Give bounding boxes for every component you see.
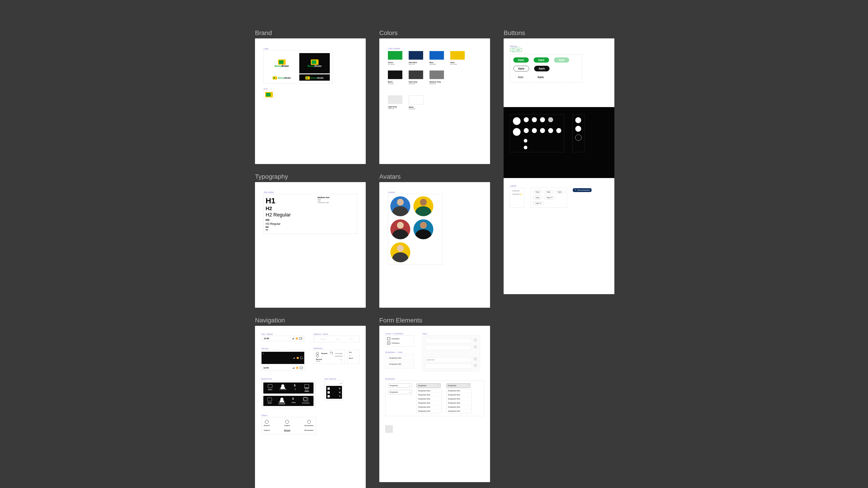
checkbox-unchecked[interactable]: Checkbox — [387, 337, 412, 340]
icon-button[interactable] — [524, 139, 527, 142]
dropdown-item[interactable]: Dropdown item — [417, 409, 442, 413]
labels-card[interactable]: Labels Bookmark Bookmark ⭐ Topic Topic T… — [504, 178, 614, 294]
dropdown-item[interactable]: Dropdown item — [447, 409, 471, 413]
field-button[interactable] — [473, 338, 477, 342]
bookmark-star-label[interactable]: Bookmark ⭐ — [513, 193, 522, 195]
tab-dollar[interactable]: Dollar — [291, 398, 296, 404]
topic-chip[interactable]: Topic — [544, 190, 553, 194]
typography-card[interactable]: Text styles H1 H2 H2 Regular H3 H3 Regul… — [255, 182, 366, 308]
topic-chip[interactable]: Topic — [533, 196, 542, 199]
logo-inline-dark: MoneyBinder — [305, 76, 324, 79]
option-item[interactable]: — — — [349, 338, 352, 340]
reset-option[interactable]: Reset — [316, 360, 320, 362]
icon-button[interactable] — [513, 117, 521, 125]
dropdown[interactable]: Dropdown⌄ — [388, 390, 412, 394]
dropdown-item[interactable]: Dropdown item — [417, 397, 442, 401]
avatar — [391, 242, 410, 262]
filter-bookmarks[interactable]: Bookmarks — [305, 429, 313, 431]
dropdown-item[interactable]: Dropdown item — [417, 389, 442, 393]
apply-button-primary[interactable]: Apply — [534, 57, 549, 63]
topic-chip[interactable]: Topic — [555, 190, 564, 194]
icon-button[interactable] — [540, 117, 545, 122]
field-button[interactable] — [473, 363, 477, 367]
navigation-card[interactable]: Top / Status 12:39 📶 — [255, 326, 366, 488]
dropdown-item[interactable]: Dropdown item — [447, 389, 471, 393]
tab-document[interactable]: Document — [302, 398, 309, 404]
dropdown-open[interactable]: Dropdown⌃ — [416, 383, 440, 388]
text-field[interactable] — [425, 345, 472, 350]
text-field[interactable] — [425, 363, 472, 368]
apply-button-primary[interactable]: Apply — [513, 57, 529, 63]
dropdown-item[interactable]: Dropdown item — [417, 405, 442, 409]
dropdown-item[interactable]: Dropdown item — [417, 401, 442, 405]
section-form-label: Form Elements — [379, 317, 490, 324]
buttons-card[interactable]: Buttons Link Apply Apply Apply Apply App… — [504, 38, 614, 107]
dropdown-item[interactable]: Dropdown item — [447, 401, 471, 405]
filter-trailers[interactable]: Trailers — [284, 420, 290, 427]
icon-buttons-card[interactable] — [504, 107, 614, 178]
tab-wallet[interactable]: Wallet — [268, 384, 272, 392]
avatars-card[interactable]: Avatars — [379, 182, 490, 308]
dropdown-item[interactable]: Dropdown item — [447, 405, 471, 409]
brand-card[interactable]: Logo MoneyBinder MoneyBinder — [255, 38, 366, 164]
section-colors-label: Colors — [379, 29, 490, 37]
recent-option[interactable]: Recent — [316, 358, 322, 360]
field-button[interactable] — [473, 345, 477, 349]
topic-chip-close[interactable]: Topic ✕ — [544, 196, 555, 199]
search-field[interactable]: search text — [425, 357, 472, 362]
apply-button-dark[interactable]: Apply — [534, 66, 550, 71]
filter-recent[interactable]: Recent — [264, 420, 270, 427]
filter-bookmarks[interactable]: Bookmarks — [305, 420, 313, 427]
nav-arrows[interactable]: ‹ › — [340, 382, 342, 385]
dropdown-item[interactable]: Dropdown item — [447, 397, 471, 401]
icon-button[interactable] — [556, 128, 561, 133]
option-item[interactable]: — — — — [320, 338, 326, 340]
dropdown[interactable]: Dropdown⌄ — [388, 383, 412, 388]
swatch-medium-gray: Medium Gray#9A9C9F — [430, 70, 444, 85]
topic-chip[interactable]: Topic — [533, 190, 542, 194]
icon-button[interactable] — [513, 128, 521, 136]
icon-button[interactable] — [524, 117, 529, 122]
icon-button[interactable] — [532, 117, 537, 122]
bookmark-label[interactable]: Bookmark — [513, 190, 522, 192]
tab-book[interactable]: Book — [305, 384, 309, 392]
icon-button-outline[interactable] — [575, 134, 582, 141]
icon-button[interactable] — [540, 128, 545, 133]
search-button[interactable] — [473, 357, 477, 361]
bookmark-icon[interactable] — [330, 352, 333, 355]
dropdown-item[interactable]: Dropdown item — [387, 356, 412, 360]
tab-coaching[interactable]: Coaching — [278, 398, 285, 404]
sort-option[interactable]: Sort — [349, 352, 358, 353]
radio-icon[interactable] — [316, 352, 319, 355]
icon-button[interactable] — [524, 128, 529, 133]
tab-wallet[interactable]: Wallet — [268, 398, 272, 404]
topic-chip-close[interactable]: Topic ✕ — [533, 201, 544, 205]
option-item[interactable]: — — — [336, 338, 339, 340]
reset-option[interactable]: Reset — [349, 357, 358, 359]
dropdown-item[interactable]: Dropdown item — [387, 362, 412, 366]
link-chip[interactable]: Link — [510, 48, 522, 52]
icon-button[interactable] — [524, 146, 527, 149]
gear-icon[interactable]: ⚙ — [339, 387, 341, 390]
dropdown-open[interactable]: Dropdown⌃ — [446, 383, 470, 388]
design-system-canvas[interactable]: Brand Logo MoneyBinder MoneyBinder — [0, 0, 868, 488]
text-field[interactable] — [425, 338, 472, 343]
form-card[interactable]: Atoms > Checkbox Checkbox Checkbox Dropd… — [379, 326, 490, 482]
filter-recent-active[interactable]: Recent — [284, 429, 290, 431]
apply-button-ghost-bold[interactable]: Apply — [533, 74, 548, 80]
icon-button[interactable] — [575, 126, 581, 132]
tab-dollar[interactable]: $ — [293, 384, 298, 392]
icon-button[interactable] — [532, 128, 537, 133]
apply-button-outline[interactable]: Apply — [513, 66, 529, 71]
dropdown-item[interactable]: Dropdown item — [417, 393, 442, 397]
icon-button[interactable] — [575, 117, 581, 123]
icon-button[interactable] — [548, 128, 553, 133]
filter-explore[interactable]: Explore — [264, 429, 270, 431]
apply-button-ghost[interactable]: Apply — [513, 74, 528, 80]
icon-button[interactable] — [548, 117, 553, 122]
colors-card[interactable]: Color palette Green#1CA43A Dark Blue#0D2… — [379, 38, 490, 164]
tab-coaching[interactable]: Coaching — [279, 384, 286, 392]
checkbox-checked[interactable]: Checkbox — [387, 341, 412, 345]
placeholder-square — [385, 425, 393, 433]
dropdown-item[interactable]: Dropdown item — [447, 393, 471, 397]
